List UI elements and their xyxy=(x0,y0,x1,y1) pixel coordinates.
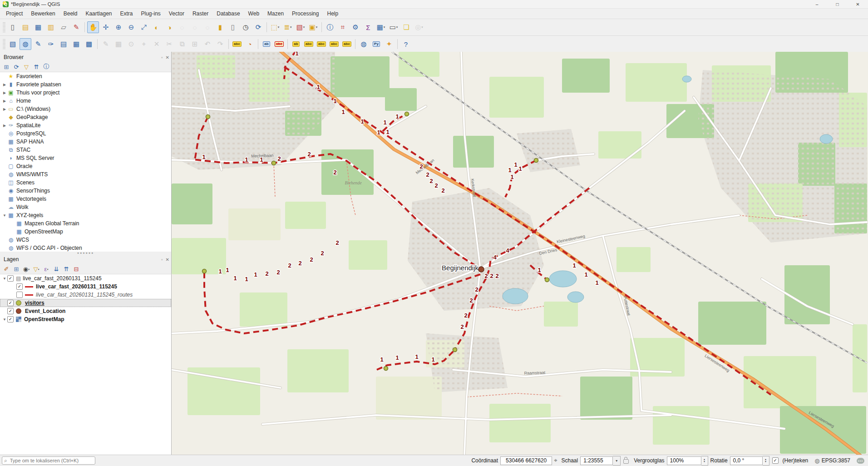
select-features-dropdown-icon[interactable]: ▾ xyxy=(278,25,280,29)
layer-checkbox[interactable]: ✓ xyxy=(16,283,23,290)
maximize-button[interactable]: □ xyxy=(827,0,848,8)
layer-diagrams-icon[interactable]: ◔ xyxy=(244,38,256,50)
browser-item-mapzen-global-terrain[interactable]: ▦Mapzen Global Terrain xyxy=(0,219,171,228)
browser-item-geopackage[interactable]: ◆GeoPackage xyxy=(0,113,171,121)
layer-item-openstreetmap[interactable]: ▼✓OpenStreetMap xyxy=(0,315,171,323)
browser-item-favoriete-plaatsen[interactable]: ▶▮Favoriete plaatsen xyxy=(0,80,171,89)
browser-item-stac[interactable]: ⧉STAC xyxy=(0,146,171,154)
change-label-icon[interactable]: abc xyxy=(341,38,353,50)
expanded-arrow-icon[interactable]: ▼ xyxy=(2,213,7,218)
browser-item-thuis-voor-project[interactable]: ▶▣Thuis voor project xyxy=(0,89,171,97)
layer-item-live-car-fast-20260131-115245[interactable]: ✓live_car_fast_20260131_115245 xyxy=(0,283,171,291)
pan-to-selection-icon[interactable]: ✢ xyxy=(100,21,112,33)
collapse-all-layers-icon[interactable]: ⇈ xyxy=(62,264,71,273)
temporal-controller-icon[interactable]: ◷ xyxy=(240,21,252,33)
browser-item-vectortegels[interactable]: ▦Vectortegels xyxy=(0,195,171,203)
metasearch-icon[interactable]: ◍ xyxy=(358,38,370,50)
browser-item-openstreetmap[interactable]: ▦OpenStreetMap xyxy=(0,228,171,236)
browser-close-button[interactable]: ✕ xyxy=(166,55,169,60)
new-gpx-layer-icon[interactable]: ▦ xyxy=(70,38,82,50)
add-selected-layers-icon[interactable]: ⊞ xyxy=(2,62,11,71)
menu-web[interactable]: Web xyxy=(244,9,263,18)
measure-line-dropdown-icon[interactable]: ▾ xyxy=(396,25,398,29)
lock-scale-icon[interactable] xyxy=(623,459,629,464)
layer-item-event-location[interactable]: ✓Event_Location xyxy=(0,307,171,315)
new-virtual-layer-icon[interactable]: ▩ xyxy=(83,38,95,50)
remove-layer-icon[interactable]: ⊟ xyxy=(72,264,81,273)
collapse-all-icon[interactable]: ⇈ xyxy=(32,62,41,71)
zoom-to-layer-icon[interactable]: ◑ xyxy=(163,21,175,33)
menu-database[interactable]: Database xyxy=(212,9,244,18)
browser-item-wolk[interactable]: ☁Wolk xyxy=(0,203,171,211)
minimize-button[interactable]: – xyxy=(807,0,827,8)
new-project-icon[interactable]: ▯ xyxy=(7,21,19,33)
menu-bewerken[interactable]: Bewerken xyxy=(27,9,59,18)
browser-item-scenes[interactable]: ◫Scenes xyxy=(0,178,171,187)
processing-toolbox-icon[interactable]: ⚙ xyxy=(350,21,361,33)
browser-float-button[interactable]: ▫ xyxy=(161,55,163,60)
refresh-browser-icon[interactable]: ⟳ xyxy=(12,62,21,71)
expand-all-icon[interactable]: ⇊ xyxy=(52,264,61,273)
locator-search[interactable]: ⌕ xyxy=(2,456,95,465)
browser-item-sap-hana[interactable]: ▦SAP HANA xyxy=(0,138,171,146)
browser-item-spatialite[interactable]: ▶✑SpatiaLite xyxy=(0,121,171,129)
magnifier-value[interactable]: 100% xyxy=(667,456,701,465)
layers-float-button[interactable]: ▫ xyxy=(161,257,163,262)
menu-processing[interactable]: Processing xyxy=(288,9,323,18)
zoom-out-icon[interactable]: ⊖ xyxy=(125,21,137,33)
filter-legend-icon[interactable]: ▽▾ xyxy=(32,264,41,273)
highlight-pinned-labels-icon[interactable]: abc xyxy=(303,38,315,50)
rotation-spinner[interactable]: ▲▼ xyxy=(763,456,769,466)
zoom-to-selection-icon[interactable]: ◐ xyxy=(151,21,163,33)
new-print-layout-icon[interactable]: ▱ xyxy=(58,21,69,33)
menu-beeld[interactable]: Beeld xyxy=(59,9,82,18)
attribute-table-dropdown-icon[interactable]: ▾ xyxy=(384,25,385,29)
rotation-value[interactable]: 0,0 ° xyxy=(730,456,763,465)
open-layer-styling-icon[interactable]: ✐ xyxy=(2,264,11,273)
move-label-icon[interactable]: abc xyxy=(316,38,327,50)
refresh-map-icon[interactable]: ⟳ xyxy=(252,21,264,33)
save-project-as-icon[interactable]: ▥ xyxy=(45,21,57,33)
menu-help[interactable]: Help xyxy=(323,9,342,18)
magnifier-spinner[interactable]: ▲▼ xyxy=(701,456,708,466)
menu-plugins[interactable]: Plug-ins xyxy=(137,9,165,18)
identify-features-icon[interactable]: ⓘ xyxy=(324,21,336,33)
browser-properties-icon[interactable]: ⓘ xyxy=(42,62,51,71)
coordinate-value[interactable]: 530466 6627620 xyxy=(500,456,552,465)
close-button[interactable]: ✕ xyxy=(848,0,868,8)
browser-item-ms-sql-server[interactable]: ◗MS SQL Server xyxy=(0,154,171,162)
browser-item-wcs[interactable]: ◍WCS xyxy=(0,236,171,244)
help-contents-icon[interactable]: ? xyxy=(400,38,412,50)
select-by-value-dropdown-icon[interactable]: ▾ xyxy=(290,25,292,29)
layer-item-live-car-fast-20260131-115245-routes[interactable]: live_car_fast_20260131_115245_routes xyxy=(0,291,171,299)
layer-checkbox[interactable] xyxy=(16,292,23,298)
browser-item-sensorthings[interactable]: ◉SensorThings xyxy=(0,187,171,195)
select-all-icon[interactable]: ▣▾ xyxy=(307,21,319,33)
deselect-all-icon[interactable]: ▧▾ xyxy=(295,21,306,33)
layer-checkbox[interactable]: ✓ xyxy=(7,316,14,322)
label-unplaced-icon[interactable]: abc xyxy=(273,38,285,50)
messages-balloon-icon[interactable]: ••• xyxy=(857,458,864,464)
menu-kaartlagen[interactable]: Kaartlagen xyxy=(81,9,116,18)
layer-checkbox[interactable]: ✓ xyxy=(7,300,14,306)
select-by-value-icon[interactable]: ≣▾ xyxy=(282,21,294,33)
attribute-table-icon[interactable]: ▦▾ xyxy=(375,21,387,33)
add-group-icon[interactable]: ⊞ xyxy=(12,264,21,273)
show-bookmarks-icon[interactable]: ▯ xyxy=(227,21,239,33)
new-shapefile-layer-icon[interactable]: ✎ xyxy=(32,38,44,50)
new-spatialite-layer-icon[interactable]: ✑ xyxy=(45,38,57,50)
measure-line-icon[interactable]: ▭▾ xyxy=(388,21,399,33)
new-mesh-layer-icon[interactable]: ▤ xyxy=(58,38,69,50)
deselect-all-dropdown-icon[interactable]: ▾ xyxy=(303,25,305,29)
save-project-icon[interactable]: ▦ xyxy=(32,21,44,33)
browser-item-xyz-tegels[interactable]: ▼▦XYZ-tegels xyxy=(0,211,171,219)
style-manager-icon[interactable]: ✎ xyxy=(70,21,82,33)
collapsed-arrow-icon[interactable]: ▶ xyxy=(2,107,7,111)
new-map-view-dropdown-icon[interactable]: ▾ xyxy=(421,25,423,29)
map-tips-icon[interactable]: ❏ xyxy=(400,21,412,33)
pan-map-icon[interactable]: ✋ xyxy=(87,21,99,33)
layer-checkbox[interactable]: ✓ xyxy=(7,308,14,314)
render-toggle[interactable]: ✓ (Her)teken xyxy=(772,457,809,464)
zoom-full-icon[interactable]: ⤢ xyxy=(138,21,150,33)
map-canvas[interactable]: MechelbaanKleinesteenwegPuttestraatRaams… xyxy=(172,52,868,455)
